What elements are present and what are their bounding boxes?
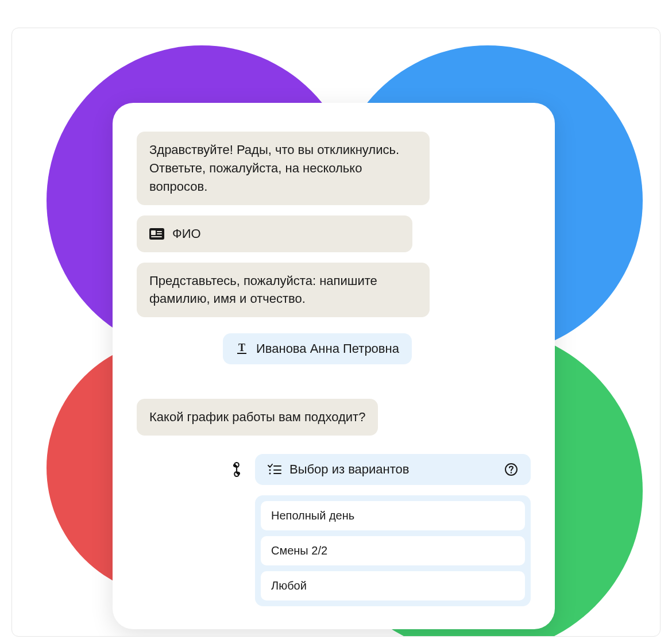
message-text: Какой график работы вам подходит? bbox=[149, 408, 365, 426]
select-option[interactable]: Смены 2/2 bbox=[261, 536, 525, 565]
chat-preview-card: Здравствуйте! Рады, что вы откликнулись.… bbox=[113, 103, 555, 629]
message-text: Представьтесь, пожалуйста: напишите фами… bbox=[149, 272, 417, 309]
select-block-row: Выбор из вариантов bbox=[137, 454, 531, 485]
bot-message-fio-prompt: Представьтесь, пожалуйста: напишите фами… bbox=[137, 263, 430, 318]
option-text: Смены 2/2 bbox=[271, 544, 327, 557]
link-icon[interactable] bbox=[229, 461, 245, 478]
svg-rect-4 bbox=[151, 236, 162, 237]
option-text: Любой bbox=[271, 579, 307, 592]
svg-point-10 bbox=[269, 473, 271, 475]
answer-row-fio: T Иванова Анна Петровна bbox=[137, 333, 531, 364]
text-format-icon: T bbox=[235, 342, 248, 355]
question-title-text: ФИО bbox=[172, 225, 201, 243]
select-options-panel: Неполный день Смены 2/2 Любой bbox=[255, 495, 531, 606]
select-option[interactable]: Любой bbox=[261, 571, 525, 600]
answer-text: Иванова Анна Петровна bbox=[256, 341, 399, 356]
list-select-icon bbox=[268, 464, 281, 475]
svg-text:T: T bbox=[238, 342, 245, 353]
preview-frame: Здравствуйте! Рады, что вы откликнулись.… bbox=[11, 28, 661, 637]
svg-point-8 bbox=[269, 469, 271, 471]
bot-message-schedule: Какой график работы вам подходит? bbox=[137, 399, 378, 436]
select-block-header[interactable]: Выбор из вариантов bbox=[255, 454, 531, 485]
svg-rect-3 bbox=[157, 233, 162, 234]
question-block-fio-title[interactable]: ФИО bbox=[137, 215, 412, 252]
svg-point-13 bbox=[511, 472, 512, 473]
spacer bbox=[137, 380, 531, 388]
id-card-icon bbox=[149, 228, 164, 240]
bot-message-greeting: Здравствуйте! Рады, что вы откликнулись.… bbox=[137, 132, 430, 205]
svg-rect-1 bbox=[151, 230, 156, 235]
svg-rect-2 bbox=[157, 231, 162, 232]
select-block-title: Выбор из вариантов bbox=[289, 462, 410, 477]
select-option[interactable]: Неполный день bbox=[261, 501, 525, 530]
help-circle-icon[interactable] bbox=[504, 463, 518, 476]
option-text: Неполный день bbox=[271, 509, 354, 522]
user-answer-fio[interactable]: T Иванова Анна Петровна bbox=[223, 333, 412, 364]
message-text: Здравствуйте! Рады, что вы откликнулись.… bbox=[149, 141, 417, 196]
